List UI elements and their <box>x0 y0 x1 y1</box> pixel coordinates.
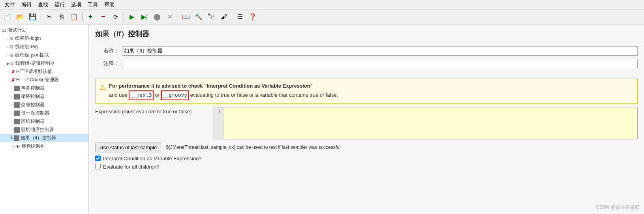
copy-button[interactable]: ⎘ <box>56 11 68 23</box>
code-groovy: __groovy <box>161 90 189 100</box>
circle-connector-4: ○ <box>11 86 13 90</box>
circle-connector-8: ○ <box>11 119 13 124</box>
open-button[interactable]: 📂 <box>14 11 26 23</box>
browse-button[interactable]: 📖 <box>180 11 192 23</box>
paint-button[interactable]: 🖌 <box>218 11 230 23</box>
sidebar-item-if-ctrl[interactable]: └ 如果（If）控制器 <box>0 134 88 142</box>
evaluate-all-checkbox[interactable] <box>95 164 101 169</box>
expression-textarea[interactable] <box>223 107 637 139</box>
separator-1 <box>41 12 41 22</box>
menu-help[interactable]: 帮助 <box>101 0 118 9</box>
code-jexl3: __jexl3 <box>129 90 154 100</box>
sidebar-item-once[interactable]: ○ 仅一次控制器 <box>0 109 88 117</box>
sidebar-item-thread-json[interactable]: ○ ⚙ 线程组-json提取 <box>0 51 88 59</box>
menu-options[interactable]: 选项 <box>68 0 84 9</box>
expression-label: Expression (must evaluate to true or fal… <box>95 107 214 115</box>
gear-icon-4: ⚙ <box>10 61 14 66</box>
sidebar-item-thread-login[interactable]: ○ ⚙ 线程组-login <box>0 34 88 43</box>
circle-connector-7: ○ <box>11 111 13 115</box>
remove-button[interactable]: − <box>97 11 109 23</box>
warning-text: For performance it is advised to check "… <box>109 82 338 100</box>
separator-5 <box>232 12 232 22</box>
sidebar-item-test-plan[interactable]: 🗂 测试计划 <box>0 26 88 34</box>
status-hint: ${JMeterThread.last_sample_ok} can be us… <box>166 145 340 150</box>
toolbar: 📄 📂 💾 ✂ ⎘ 📋 + − ⟳ ▶ ▶| ⬤ ✕ 📖 🔨 🔭 🖌 ☰ ❓ <box>0 9 644 24</box>
name-input[interactable] <box>122 46 638 56</box>
menu-find[interactable]: 查找 <box>35 0 51 9</box>
cancel-button[interactable]: ✕ <box>164 11 176 23</box>
list-button[interactable]: ☰ <box>234 11 246 23</box>
binocular-button[interactable]: 🔭 <box>205 11 217 23</box>
menu-run[interactable]: 运行 <box>51 0 68 9</box>
comment-input[interactable] <box>122 59 638 68</box>
warning-line2-prefix: and use <box>109 92 127 98</box>
diamond-connector: ◆ <box>6 62 9 66</box>
circle-connector-6: ○ <box>11 103 13 107</box>
box-icon-4 <box>14 111 20 116</box>
menu-tools[interactable]: 工具 <box>84 0 101 9</box>
menu-edit[interactable]: 编辑 <box>18 0 35 9</box>
sidebar-item-thread-logic[interactable]: ◆ ⚙ 线程组-逻辑控制器 <box>0 59 88 68</box>
sidebar-item-loop[interactable]: ○ 循环控制器 <box>0 92 88 101</box>
line-connector: └ <box>9 135 13 141</box>
separator-3 <box>124 12 124 22</box>
warning-line2-suffix: evaluating to true or false or a variabl… <box>190 92 338 98</box>
circle-connector-1: ○ <box>6 36 9 41</box>
box-icon-2 <box>14 94 20 99</box>
gear-icon-1: ⚙ <box>9 36 14 41</box>
gear-icon-2: ⚙ <box>9 44 14 50</box>
cut-button[interactable]: ✂ <box>43 11 55 23</box>
menu-file[interactable]: 文件 <box>2 0 18 9</box>
eye-icon: 👁 <box>15 144 20 149</box>
menubar: 文件 编辑 查找 运行 选项 工具 帮助 <box>0 0 644 9</box>
interpret-condition-label: Interpret Condition as Variable Expressi… <box>103 156 202 161</box>
refresh-button[interactable]: ⟳ <box>110 11 122 23</box>
help-button[interactable]: ❓ <box>247 11 259 23</box>
sidebar-item-view-tree[interactable]: ◇ 👁 察看结果树 <box>0 142 88 150</box>
status-row: Use status of last sample ${JMeterThread… <box>95 143 638 152</box>
expression-input-wrapper: 1 <box>214 107 638 139</box>
run-button[interactable]: ▶ <box>126 11 138 23</box>
save-button[interactable]: 💾 <box>27 11 39 23</box>
box-icon-1 <box>14 86 20 91</box>
x-icon-2: ✗ <box>11 77 15 83</box>
warning-box: ⚠ For performance it is advised to check… <box>95 79 638 104</box>
sidebar-item-http-cookie[interactable]: ✗ HTTP Cookie管理器 <box>0 76 88 84</box>
panel-title: 如果（If）控制器 <box>89 24 644 42</box>
evaluate-all-row: Evaluate for all children? <box>95 164 638 170</box>
sidebar-item-random[interactable]: ○ 随机控制器 <box>0 117 88 126</box>
line-number: 1 <box>214 107 223 139</box>
watermark: CSDN @佳佳要减肥 <box>596 204 639 211</box>
x-icon-1: ✗ <box>11 69 15 75</box>
sidebar-item-transaction[interactable]: ○ 事务控制器 <box>0 84 88 92</box>
sidebar-item-random-order[interactable]: ○ 随机顺序控制器 <box>0 126 88 134</box>
expression-area: Expression (must evaluate to true or fal… <box>95 107 638 139</box>
use-status-button[interactable]: Use status of last sample <box>95 143 161 152</box>
right-panel: 如果（If）控制器 名称： 注释： ⚠ For performance it i… <box>89 24 644 214</box>
paste-button[interactable]: 📋 <box>68 11 80 23</box>
evaluate-all-label: Evaluate for all children? <box>103 164 159 170</box>
new-button[interactable]: 📄 <box>2 11 13 23</box>
add-button[interactable]: + <box>84 11 96 23</box>
form-area: 名称： 注释： <box>89 42 644 75</box>
separator-4 <box>178 12 178 22</box>
sidebar-item-switch[interactable]: ○ 交替控制器 <box>0 101 88 109</box>
circle-connector-2: ○ <box>6 45 9 49</box>
box-icon-7 <box>14 135 19 141</box>
main-layout: 🗂 测试计划 ○ ⚙ 线程组-login ○ ⚙ 线程组-reg ○ ⚙ 线程组… <box>0 24 644 214</box>
circle-connector-5: ○ <box>11 94 13 99</box>
circle-connector-9: ○ <box>11 128 13 132</box>
interpret-condition-checkbox[interactable] <box>95 156 101 161</box>
separator-2 <box>82 12 83 22</box>
gear-icon-3: ⚙ <box>9 53 14 58</box>
box-icon-5 <box>14 119 20 124</box>
box-icon-3 <box>14 102 20 108</box>
sidebar-item-http-default[interactable]: ✗ HTTP请求默认值 <box>0 68 88 76</box>
interpret-condition-row: Interpret Condition as Variable Expressi… <box>95 156 638 161</box>
hammer-button[interactable]: 🔨 <box>193 11 205 23</box>
name-label: 名称： <box>95 47 119 54</box>
stop-button[interactable]: ⬤ <box>151 11 163 23</box>
sidebar-item-thread-reg[interactable]: ○ ⚙ 线程组-reg <box>0 43 88 51</box>
run-all-button[interactable]: ▶| <box>139 11 150 23</box>
circle-connector-3: ○ <box>6 53 9 57</box>
